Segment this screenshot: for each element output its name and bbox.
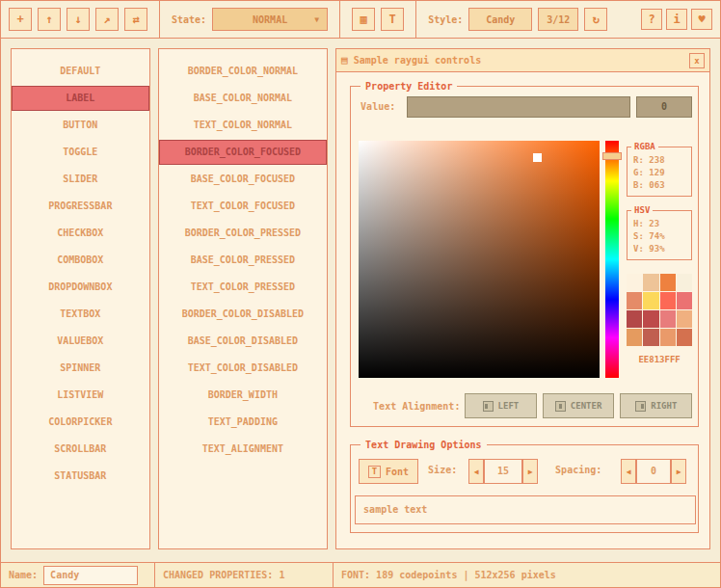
list-item-valuebox[interactable]: VALUEBOX (12, 329, 149, 354)
font-info-text: FONT: 189 codepoints | 512x256 pixels (341, 570, 556, 580)
list-item-text-color-focused[interactable]: TEXT_COLOR_FOCUSED (159, 194, 328, 219)
spacing-increment-button[interactable]: ▶ (671, 459, 686, 484)
sample-window: ▤ Sample raygui controls x Property Edit… (335, 48, 710, 549)
palette-swatch-5[interactable] (643, 292, 658, 309)
reload-style-button[interactable]: ↻ (584, 8, 607, 31)
palette-swatch-15[interactable] (677, 329, 692, 346)
list-item-base-color-focused[interactable]: BASE_COLOR_FOCUSED (159, 167, 328, 192)
palette-swatch-6[interactable] (660, 292, 676, 309)
view-buttons: ▦ T (352, 8, 404, 31)
style-name-input[interactable]: Candy (43, 566, 138, 585)
palette-swatch-4[interactable] (627, 292, 642, 309)
help-button[interactable]: ? (641, 9, 662, 30)
palette-swatch-7[interactable] (677, 292, 692, 309)
color-panel[interactable] (359, 141, 600, 378)
list-item-colorpicker[interactable]: COLORPICKER (12, 410, 149, 435)
hue-slider[interactable] (605, 141, 619, 378)
state-dropdown[interactable]: NORMAL ▼ (212, 8, 328, 31)
hex-color-value: EE813FFF (627, 355, 692, 364)
load-file-button[interactable]: ↑ (38, 8, 61, 31)
list-item-base-color-disabled[interactable]: BASE_COLOR_DISABLED (159, 329, 328, 354)
arrow-left-icon: ◀ (474, 468, 479, 476)
state-label: State: (172, 14, 206, 25)
toolbar-divider (159, 1, 160, 38)
list-item-button[interactable]: BUTTON (12, 113, 149, 138)
sponsor-button[interactable]: ♥ (691, 9, 712, 30)
align-left-button[interactable]: LEFT (465, 393, 537, 418)
list-item-scrollbar[interactable]: SCROLLBAR (12, 437, 149, 462)
spacing-decrement-button[interactable]: ◀ (621, 459, 636, 484)
list-item-text-color-pressed[interactable]: TEXT_COLOR_PRESSED (159, 275, 328, 300)
spacing-value[interactable]: 0 (636, 459, 671, 484)
arrow-left-icon: ◀ (627, 468, 631, 476)
font-button[interactable]: T Font (359, 459, 418, 484)
sample-textbox[interactable]: sample text (355, 495, 696, 524)
font-view-button[interactable]: T (381, 8, 404, 31)
list-item-default[interactable]: DEFAULT (12, 59, 149, 84)
palette-swatch-9[interactable] (643, 310, 658, 328)
palette-swatch-2[interactable] (660, 274, 676, 291)
list-item-text-color-normal[interactable]: TEXT_COLOR_NORMAL (159, 113, 328, 138)
style-name-box[interactable]: Candy (468, 8, 532, 31)
style-index-button[interactable]: 3/12 (538, 8, 578, 31)
color-panel-cursor[interactable] (533, 153, 542, 162)
window-icon: ▤ (341, 54, 348, 67)
list-item-border-color-disabled[interactable]: BORDER_COLOR_DISABLED (159, 302, 328, 327)
list-item-border-width[interactable]: BORDER_WIDTH (159, 383, 328, 408)
window-titlebar[interactable]: ▤ Sample raygui controls x (336, 49, 709, 72)
palette-swatch-11[interactable] (677, 310, 692, 328)
list-item-combobox[interactable]: COMBOBOX (12, 248, 149, 273)
size-decrement-button[interactable]: ◀ (468, 459, 484, 484)
size-value[interactable]: 15 (484, 459, 522, 484)
palette-swatch-14[interactable] (660, 329, 676, 346)
load-file-icon: ↑ (45, 13, 52, 26)
hue-slider-handle[interactable] (602, 152, 622, 160)
new-file-button[interactable]: + (9, 8, 32, 31)
list-item-border-color-pressed[interactable]: BORDER_COLOR_PRESSED (159, 221, 328, 246)
list-item-text-color-disabled[interactable]: TEXT_COLOR_DISABLED (159, 356, 328, 381)
export-file-button[interactable]: ↗ (95, 8, 119, 31)
list-item-spinner[interactable]: SPINNER (12, 356, 149, 381)
list-item-progressbar[interactable]: PROGRESSBAR (12, 194, 149, 219)
list-item-border-color-normal[interactable]: BORDER_COLOR_NORMAL (159, 59, 328, 84)
palette-swatch-12[interactable] (627, 329, 642, 346)
random-style-button[interactable]: ⇄ (124, 8, 147, 31)
size-increment-button[interactable]: ▶ (522, 459, 538, 484)
info-button[interactable]: i (666, 9, 687, 30)
property-editor-group: Property Editor Value: 0 RGBA R: 238 G: … (350, 86, 699, 427)
list-item-statusbar[interactable]: STATUSBAR (12, 464, 149, 489)
close-button[interactable]: x (689, 53, 705, 68)
list-item-text-alignment[interactable]: TEXT_ALIGNMENT (159, 437, 328, 462)
align-right-button[interactable]: RIGHT (620, 393, 692, 418)
file-buttons: +↑↓↗⇄ (9, 8, 147, 31)
palette-swatch-8[interactable] (627, 310, 642, 328)
align-right-label: RIGHT (651, 401, 677, 411)
list-item-listview[interactable]: LISTVIEW (12, 383, 149, 408)
align-center-label: CENTER (571, 401, 602, 411)
list-item-toggle[interactable]: TOGGLE (12, 140, 149, 165)
list-item-text-padding[interactable]: TEXT_PADDING (159, 410, 328, 435)
size-label: Size: (428, 465, 457, 475)
palette-swatch-13[interactable] (643, 329, 658, 346)
style-palette (627, 274, 692, 346)
statusbar: Name: Candy CHANGED PROPERTIES: 1 FONT: … (1, 562, 720, 587)
hsv-group: HSV H: 23 S: 74% V: 93% (627, 210, 692, 260)
list-item-dropdownbox[interactable]: DROPDOWNBOX (12, 275, 149, 300)
palette-swatch-10[interactable] (660, 310, 676, 328)
list-item-base-color-pressed[interactable]: BASE_COLOR_PRESSED (159, 248, 328, 273)
list-item-slider[interactable]: SLIDER (12, 167, 149, 192)
list-item-label[interactable]: LABEL (12, 86, 149, 111)
group-title: Text Drawing Options (360, 438, 486, 452)
list-item-border-color-focused[interactable]: BORDER_COLOR_FOCUSED (159, 140, 328, 165)
list-item-textbox[interactable]: TEXTBOX (12, 302, 149, 327)
palette-swatch-3[interactable] (677, 274, 692, 291)
palette-swatch-1[interactable] (643, 274, 658, 291)
save-file-button[interactable]: ↓ (67, 8, 90, 31)
list-item-checkbox[interactable]: CHECKBOX (12, 221, 149, 246)
grid-view-button[interactable]: ▦ (352, 8, 375, 31)
align-center-button[interactable]: CENTER (543, 393, 615, 418)
palette-swatch-0[interactable] (627, 274, 642, 291)
list-item-base-color-normal[interactable]: BASE_COLOR_NORMAL (159, 86, 328, 111)
align-left-icon (483, 401, 494, 412)
value-slider[interactable] (407, 96, 630, 118)
